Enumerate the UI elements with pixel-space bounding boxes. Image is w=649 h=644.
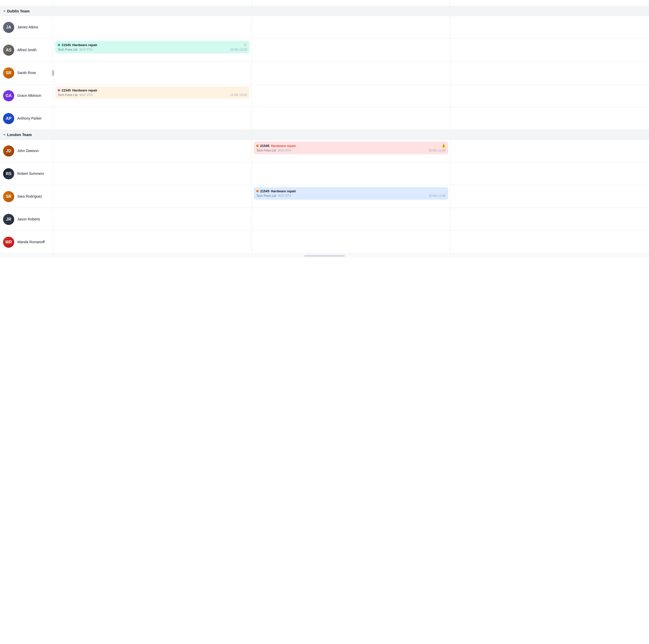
avatar: WR [3,237,14,248]
day-cell-mon[interactable] [53,61,252,84]
team-header-london[interactable]: ▾ London Team [0,130,649,140]
day-cell-tue[interactable] [252,163,450,185]
avatar: AP [3,113,14,124]
job-status-dot [58,89,60,91]
day-cell-wed[interactable] [450,39,649,61]
job-number: 21545 [61,43,71,47]
warning-icon: ⚠️ [441,144,446,148]
header-row [0,0,649,6]
day-cell-mon[interactable] [53,208,252,231]
job-location: W1F 0TH [278,149,291,152]
day-cell-wed[interactable] [450,16,649,39]
avatar: SR [3,67,14,79]
day-cell-tue[interactable] [252,39,450,61]
job-card-header: 21545Hardware repair⚠️ [256,144,445,148]
avatar: JA [3,22,14,33]
job-card-details: Tech Fixes LtdW1F 0TH10:00–11:00 [256,194,445,198]
person-name: Alfred Smith [17,48,37,52]
day-cell-wed[interactable] [450,61,649,84]
day-cell-tue[interactable] [252,84,450,107]
chevron-down-icon: ▾ [4,9,5,13]
job-title: Hardware repair [72,43,242,47]
day-cell-mon[interactable] [53,163,252,185]
person-name: Sara Rodríguez [17,194,42,199]
job-time: 10:00–11:00 [429,194,446,198]
person-name: Anthony Parker [17,116,42,121]
day-cell-wed[interactable] [450,208,649,231]
person-name: Wanda Romanoff [17,240,45,244]
person-cell-robert-summers: RSRobert Summers [0,163,53,185]
table-row: SRSara Rodríguez21545Hardware repairTech… [0,185,649,208]
person-name: James Atkins [17,25,38,30]
person-cell-wanda-romanoff: WRWanda Romanoff [0,231,53,254]
job-status-dot [256,145,259,147]
job-time: 11:00–13:00 [230,93,247,97]
day-cell-tue[interactable] [252,231,450,254]
person-name: Robert Summers [17,171,44,176]
resize-handle[interactable] [52,70,54,76]
table-row: SRSarah Rose [0,61,649,84]
day-cell-tue[interactable] [252,61,450,84]
day-cell-tue[interactable] [252,16,450,39]
header-mon [53,0,252,6]
team-header-dublin[interactable]: ▾ Dublin Team [0,6,649,16]
person-cell-grace-atkinson: GAGrace Atkinson [0,84,53,107]
day-cell-mon[interactable]: 21545Hardware repair↻Tech Fixes LtdW1F 0… [53,39,252,61]
job-status-dot [58,44,60,46]
job-card[interactable]: 21545Hardware repairTech Fixes LtdW1F 0T… [254,187,448,200]
day-cell-wed[interactable] [450,107,649,130]
job-title: Hardware repair [271,189,445,193]
job-number: 21545 [260,144,269,148]
day-cell-mon[interactable] [53,107,252,130]
table-row: JAJames Atkins [0,16,649,39]
day-cell-mon[interactable] [53,16,252,39]
scrollbar-area [0,254,649,258]
job-card-header: 21545Hardware repair [58,88,247,92]
person-cell-anthony-parker: APAnthony Parker [0,107,53,130]
day-cell-mon[interactable]: 21545Hardware repairTech Fixes LtdW1F 0T… [53,84,252,107]
person-cell-john-dawson: JDJohn Dawson [0,140,53,162]
day-cell-tue[interactable]: 21545Hardware repair⚠️Tech Fixes LtdW1F … [252,140,450,162]
day-cell-tue[interactable] [252,208,450,231]
day-cell-wed[interactable] [450,185,649,208]
job-company: Tech Fixes Ltd [58,48,77,51]
day-cell-tue[interactable]: 21545Hardware repairTech Fixes LtdW1F 0T… [252,185,450,208]
job-card-details: Tech Fixes LtdW1F 0TH11:00–13:00 [58,93,247,97]
chevron-down-icon: ▾ [4,133,5,137]
table-row: JDJohn Dawson21545Hardware repair⚠️Tech … [0,140,649,163]
job-location: W1F 0TH [79,48,92,51]
refresh-icon: ↻ [244,43,247,47]
table-row: JRJason Roberts [0,208,649,231]
table-row: GAGrace Atkinson21545Hardware repairTech… [0,84,649,107]
job-card-header: 21545Hardware repair [256,189,445,193]
day-cell-wed[interactable] [450,231,649,254]
team-name: London Team [7,133,32,137]
body-scroll[interactable]: ▾ Dublin Team JAJames AtkinsASAlfred Smi… [0,6,649,644]
person-cell-jason-roberts: JRJason Roberts [0,208,53,231]
job-card-details: Tech Fixes LtdW1F 0TH10:00–12:00 [58,48,247,51]
day-cell-wed[interactable] [450,163,649,185]
job-time: 10:00–12:00 [230,48,247,51]
scrollbar-thumb [304,255,345,257]
avatar: RS [3,168,14,179]
person-cell-sara-rodriguez: SRSara Rodríguez [0,185,53,208]
day-cell-tue[interactable] [252,107,450,130]
day-cell-wed[interactable] [450,140,649,162]
job-card-header: 21545Hardware repair↻ [58,43,247,47]
person-cell-james-atkins: JAJames Atkins [0,16,53,39]
day-cell-mon[interactable] [53,231,252,254]
job-location: W1F 0TH [278,194,291,198]
person-name: John Dawson [17,148,39,153]
job-status-dot [256,190,259,192]
day-cell-mon[interactable] [53,185,252,208]
header-wed [450,0,649,6]
day-cell-mon[interactable] [53,140,252,162]
team-name: Dublin Team [7,9,30,13]
job-title: Hardware repair [271,144,439,148]
job-number: 21545 [260,189,269,193]
job-time: 10:00–11:00 [429,149,446,152]
day-cell-wed[interactable] [450,84,649,107]
job-card[interactable]: 21545Hardware repairTech Fixes LtdW1F 0T… [55,86,250,99]
job-card[interactable]: 21545Hardware repair⚠️Tech Fixes LtdW1F … [254,142,448,154]
job-card[interactable]: 21545Hardware repair↻Tech Fixes LtdW1F 0… [55,41,250,53]
